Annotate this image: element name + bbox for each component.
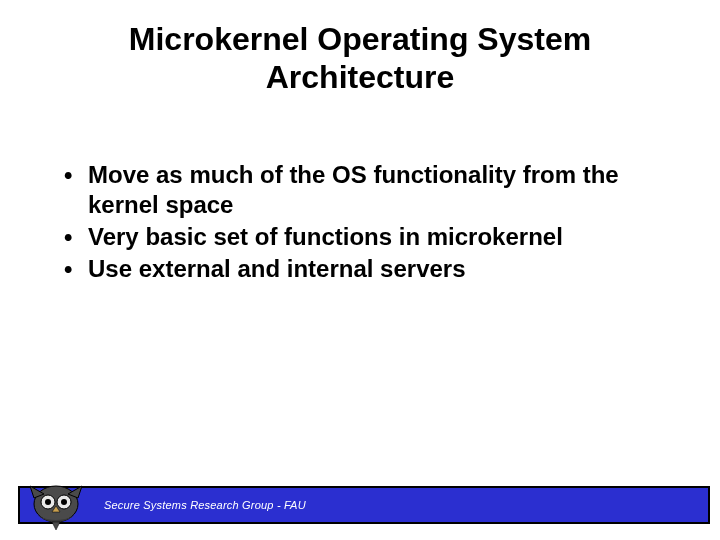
slide-title: Microkernel Operating System Architectur… xyxy=(0,0,720,97)
svg-point-4 xyxy=(61,499,67,505)
slide: Microkernel Operating System Architectur… xyxy=(0,0,720,540)
svg-point-0 xyxy=(34,486,78,522)
footer-bar: Secure Systems Research Group - FAU xyxy=(18,486,710,524)
bullet-item: Use external and internal servers xyxy=(60,254,660,284)
svg-point-3 xyxy=(45,499,51,505)
bullet-item: Very basic set of functions in microkern… xyxy=(60,222,660,252)
footer-text: Secure Systems Research Group - FAU xyxy=(104,499,306,511)
bullet-list: Move as much of the OS functionality fro… xyxy=(60,160,660,284)
bullet-item: Move as much of the OS functionality fro… xyxy=(60,160,660,220)
slide-content: Move as much of the OS functionality fro… xyxy=(60,160,660,286)
owl-logo-icon xyxy=(28,480,84,530)
